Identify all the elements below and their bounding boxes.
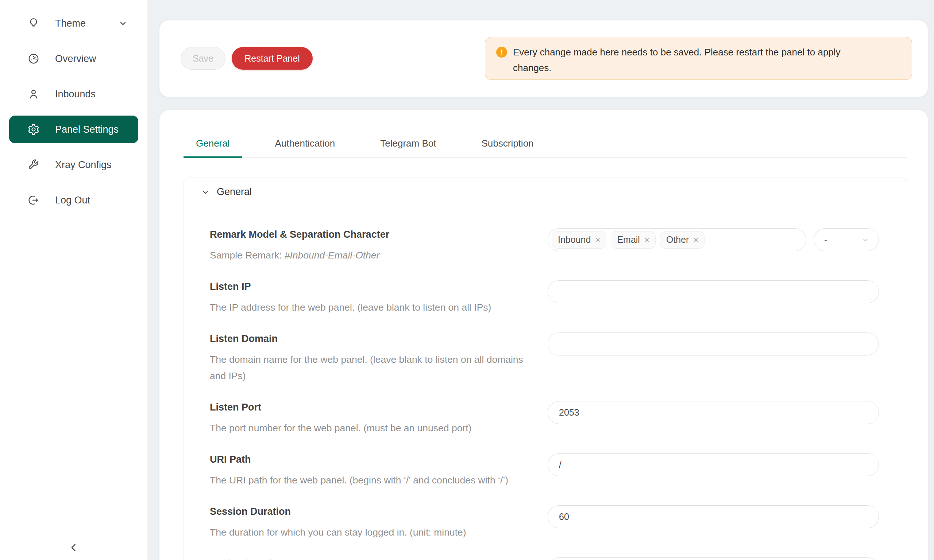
sidebar-item-inbounds[interactable]: Inbounds [9,80,138,108]
remove-tag-icon[interactable]: × [693,235,698,244]
uri-path-input[interactable] [548,453,879,476]
user-icon [27,88,40,100]
listen-port-input[interactable] [548,401,879,424]
sidebar-item-label: Panel Settings [55,124,119,135]
field-row-listen-port: Listen Port The port number for the web … [210,401,879,436]
sidebar-item-label: Xray Configs [55,159,112,171]
sidebar-item-log-out[interactable]: Log Out [9,186,138,214]
sidebar-item-label: Log Out [55,195,90,206]
sample-remark-value: #Inbound-Email-Other [285,250,380,261]
field-row-listen-domain: Listen Domain The domain name for the we… [210,332,879,384]
tab-general[interactable]: General [183,138,242,157]
sidebar-item-overview[interactable]: Overview [9,45,138,72]
tag-email: Email× [611,231,656,249]
actions-toolbar: Save Restart Panel ! Every change made h… [159,20,928,97]
sidebar-item-panel-settings[interactable]: Panel Settings [9,115,138,143]
field-row-listen-ip: Listen IP The IP address for the web pan… [210,280,879,316]
restart-panel-button[interactable]: Restart Panel [232,47,313,70]
field-description: The URI path for the web panel. (begins … [210,472,531,489]
sidebar-item-label: Inbounds [55,89,96,100]
field-row-session-duration: Session Duration The duration for which … [210,505,879,541]
field-label: Listen Domain [210,332,531,345]
tab-authentication[interactable]: Authentication [263,138,348,157]
field-description: The IP address for the web panel. (leave… [210,299,531,316]
selected-separator: - [824,234,827,245]
chevron-down-icon [201,188,210,197]
alert-text: Every change made here needs to be saved… [513,45,882,76]
sidebar: Theme Overview Inbounds Panel Settings X… [0,0,147,560]
warning-icon: ! [496,47,507,58]
general-collapse-panel: General Remark Model & Separation Charac… [183,178,907,560]
tab-subscription[interactable]: Subscription [469,138,546,157]
chevron-down-icon [861,235,870,244]
settings-card: General Authentication Telegram Bot Subs… [159,110,928,560]
sidebar-item-label: Overview [55,53,96,65]
pagination-size-input[interactable] [548,557,879,560]
field-row-uri-path: URI Path The URI path for the web panel.… [210,453,879,489]
logout-icon [27,194,40,206]
field-label: URI Path [210,453,531,466]
section-title: General [217,186,252,198]
general-section-header[interactable]: General [184,178,907,206]
field-label: Listen Port [210,401,531,414]
panel-settings-page: Theme Overview Inbounds Panel Settings X… [0,0,934,560]
remove-tag-icon[interactable]: × [595,235,600,244]
listen-ip-input[interactable] [548,280,879,303]
field-row-pagination-size: Pagination Size [210,557,879,560]
field-label: Session Duration [210,505,531,518]
remove-tag-icon[interactable]: × [644,235,649,244]
listen-domain-input[interactable] [548,332,879,355]
separation-character-select[interactable]: - [814,228,879,251]
sidebar-item-label: Theme [55,18,86,29]
sidebar-collapse-button[interactable] [0,541,147,554]
sidebar-item-theme[interactable]: Theme [9,9,138,37]
field-description: The domain name for the web panel. (leav… [210,351,531,384]
save-button[interactable]: Save [180,47,225,70]
tab-telegram-bot[interactable]: Telegram Bot [368,138,449,157]
tag-inbound: Inbound× [552,231,606,249]
sidebar-item-xray-configs[interactable]: Xray Configs [9,151,138,178]
field-label: Pagination Size [210,557,531,560]
tag-other: Other× [660,231,705,249]
field-description: The port number for the web panel. (must… [210,420,531,436]
gear-icon [27,123,40,135]
field-label: Listen IP [210,280,531,293]
general-form: Remark Model & Separation Character Samp… [184,206,907,560]
chevron-left-icon [68,542,80,554]
chevron-down-icon [118,18,128,28]
field-description: Sample Remark: #Inbound-Email-Other [210,247,531,264]
session-duration-input[interactable] [548,505,879,528]
restart-warning-alert: ! Every change made here needs to be sav… [485,37,912,80]
settings-tabs: General Authentication Telegram Bot Subs… [183,138,907,158]
field-label: Remark Model & Separation Character [210,228,531,241]
wrench-icon [27,158,40,171]
field-row-remark-model: Remark Model & Separation Character Samp… [210,228,879,264]
gauge-icon [27,52,40,65]
field-description: The duration for which you can stay logg… [210,524,531,541]
lightbulb-icon [27,17,40,29]
remark-model-tags-select[interactable]: Inbound× Email× Other× [548,228,806,251]
